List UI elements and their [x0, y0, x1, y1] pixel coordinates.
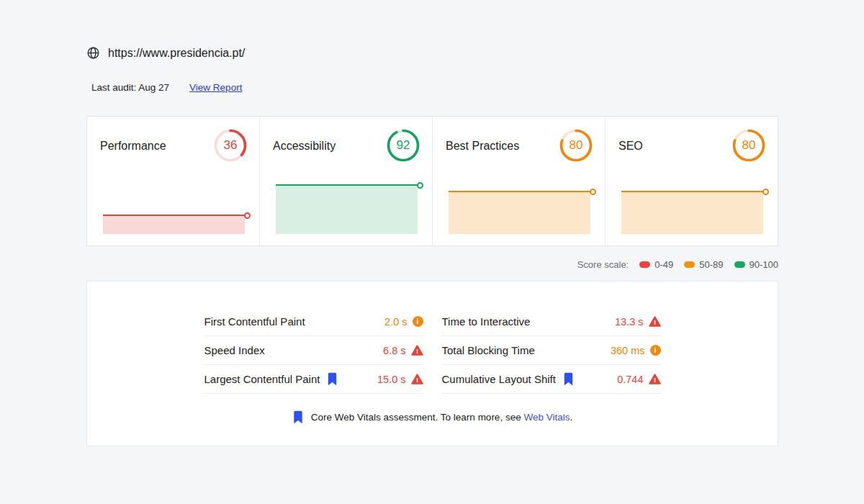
audit-meta-row: Last audit: Aug 27 View Report	[86, 82, 778, 93]
score-scale-legend: Score scale: 0-49 50-89 90-100	[86, 259, 778, 270]
metric-label: Largest Contentful Paint	[204, 373, 320, 385]
metric-row-speed-index: Speed Index 6.8 s !	[204, 336, 423, 365]
warning-triangle-icon[interactable]: !	[411, 374, 423, 384]
score-card-performance[interactable]: Performance 36	[87, 117, 260, 246]
legend-range-fail: 0-49	[639, 259, 673, 270]
metric-label: Time to Interactive	[442, 315, 531, 328]
score-sparkline	[103, 180, 248, 234]
category-title: Accessibility	[273, 140, 336, 153]
svg-text:!: !	[653, 318, 655, 326]
audited-url: https://www.presidencia.pt/	[108, 47, 245, 60]
core-web-vitals-bookmark-icon	[562, 372, 575, 386]
svg-text:!: !	[653, 376, 655, 384]
metric-row-largest-contentful-paint: Largest Contentful Paint 15.0 s !	[204, 365, 423, 394]
metric-label: Total Blocking Time	[442, 344, 535, 356]
score-sparkline	[449, 180, 593, 234]
warning-triangle-icon[interactable]: !	[649, 374, 661, 384]
metric-value: 15.0 s	[377, 374, 406, 385]
metric-row-time-to-interactive: Time to Interactive 13.3 s !	[442, 307, 661, 336]
globe-icon	[86, 46, 100, 60]
metric-value: 13.3 s	[615, 316, 644, 328]
audit-dashboard: https://www.presidencia.pt/ Last audit: …	[86, 0, 778, 446]
view-report-link[interactable]: View Report	[189, 82, 242, 93]
core-web-vitals-bookmark-icon	[292, 410, 304, 424]
score-card-best-practices[interactable]: Best Practices 80	[433, 117, 606, 246]
category-title: Performance	[100, 140, 166, 153]
score-sparkline	[276, 180, 420, 234]
sparkline-end-marker	[244, 212, 251, 219]
sparkline-end-marker	[762, 189, 769, 195]
category-title: Best Practices	[446, 140, 519, 153]
metrics-panel: First Contentful Paint 2.0 s i Speed Ind…	[86, 281, 778, 446]
web-vitals-link[interactable]: Web Vitals	[523, 412, 570, 423]
score-sparkline	[621, 180, 766, 234]
score-card-seo[interactable]: SEO 80	[606, 117, 778, 246]
score-gauge: 92	[386, 128, 420, 163]
metrics-column-right: Time to Interactive 13.3 s ! Total Block…	[442, 307, 661, 394]
category-title: SEO	[618, 140, 643, 153]
info-icon[interactable]: i	[650, 345, 661, 356]
score-value: 92	[386, 128, 420, 163]
score-value: 80	[732, 128, 766, 163]
metric-label: Cumulative Layout Shift	[442, 373, 556, 385]
svg-text:!: !	[415, 347, 418, 355]
warning-triangle-icon[interactable]: !	[411, 345, 423, 356]
metric-value: 2.0 s	[384, 316, 407, 328]
metric-value: 360 ms	[611, 345, 645, 356]
metric-row-first-contentful-paint: First Contentful Paint 2.0 s i	[204, 307, 423, 336]
core-web-vitals-text: Core Web Vitals assessment. To learn mor…	[311, 412, 572, 423]
info-icon[interactable]: i	[413, 316, 423, 327]
legend-range-label: 90-100	[750, 259, 778, 270]
legend-range-label: 0-49	[654, 259, 673, 270]
warning-triangle-icon[interactable]: !	[649, 316, 661, 327]
metrics-table: First Contentful Paint 2.0 s i Speed Ind…	[204, 307, 661, 394]
score-gauge: 80	[732, 128, 766, 163]
core-web-vitals-note: Core Web Vitals assessment. To learn mor…	[87, 410, 778, 424]
svg-text:!: !	[415, 376, 418, 384]
legend-pill-green	[734, 261, 745, 268]
legend-range-label: 50-89	[699, 259, 723, 270]
score-scale-label: Score scale:	[577, 259, 629, 270]
metric-label: First Contentful Paint	[204, 315, 305, 328]
legend-pill-red	[639, 261, 650, 268]
metric-row-cumulative-layout-shift: Cumulative Layout Shift 0.744 !	[442, 365, 661, 394]
score-value: 80	[559, 128, 593, 163]
metric-value: 0.744	[617, 374, 643, 385]
metric-value: 6.8 s	[383, 345, 405, 356]
sparkline-end-marker	[590, 189, 596, 195]
score-gauge: 36	[213, 128, 248, 163]
metric-row-total-blocking-time: Total Blocking Time 360 ms i	[442, 336, 661, 365]
metric-label: Speed Index	[204, 344, 265, 356]
score-card-accessibility[interactable]: Accessibility 92	[260, 117, 433, 246]
sparkline-end-marker	[417, 182, 423, 189]
score-cards-row: Performance 36 Accessibility 92	[86, 116, 778, 246]
legend-range-average: 50-89	[684, 259, 723, 270]
score-value: 36	[213, 128, 248, 163]
core-web-vitals-bookmark-icon	[326, 372, 338, 386]
score-gauge: 80	[559, 128, 593, 163]
metrics-column-left: First Contentful Paint 2.0 s i Speed Ind…	[204, 307, 423, 394]
audited-url-row: https://www.presidencia.pt/	[86, 0, 778, 60]
legend-range-pass: 90-100	[734, 259, 778, 270]
last-audit-label: Last audit: Aug 27	[91, 82, 169, 93]
legend-pill-orange	[684, 261, 695, 268]
